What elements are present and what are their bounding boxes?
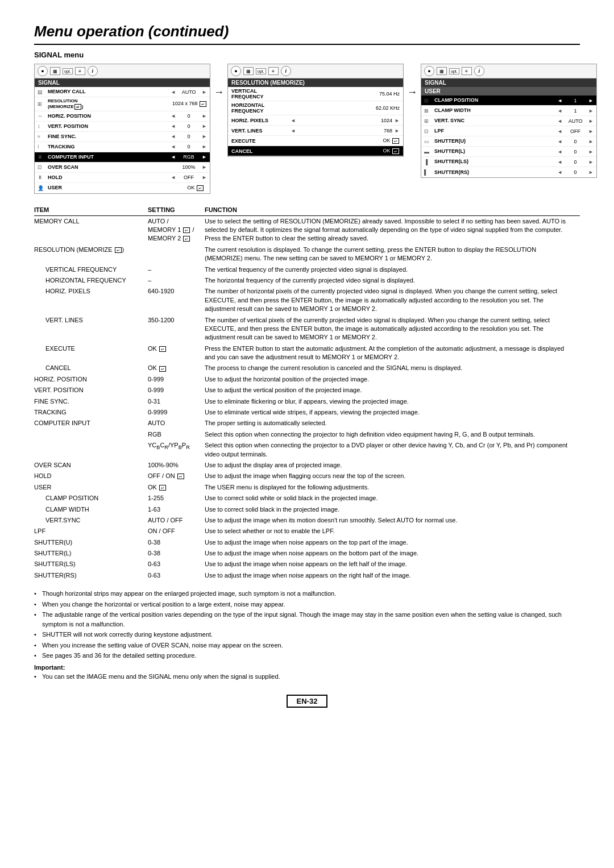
hold-value: OFF bbox=[177, 175, 200, 180]
table-row: HORIZ. PIXELS 640-1920 The number of hor… bbox=[34, 286, 580, 314]
arrow-right-os: ► bbox=[202, 164, 207, 170]
panel-row-fine-sync: ≈ FINE SYNC. ◄ 0 ► bbox=[35, 132, 210, 142]
horiz-pos-value: 0 bbox=[177, 113, 200, 119]
arrow-right-fs: ► bbox=[202, 134, 207, 139]
cancel-value: OK ↵ bbox=[291, 148, 400, 154]
arrow-left-h: ◄ bbox=[171, 113, 176, 119]
setting-tracking: 0-9999 bbox=[148, 407, 205, 418]
table-row: FINE SYNC. 0-31 Use to eliminate flicker… bbox=[34, 396, 580, 407]
function-user: The USER menu is displayed for the follo… bbox=[205, 482, 580, 493]
arrow-right-srs: ► bbox=[588, 169, 594, 175]
user-sub-header: USER bbox=[421, 87, 596, 95]
arrow-right-hp: ► bbox=[395, 118, 400, 123]
notes-list: Though horizontal strips may appear on t… bbox=[34, 589, 580, 661]
tracking-value: 0 bbox=[177, 144, 200, 149]
arrow-left-cw: ◄ bbox=[557, 108, 562, 114]
function-tracking: Use to eliminate vertical wide stripes, … bbox=[205, 407, 580, 418]
menu-icon: ≡ bbox=[75, 67, 85, 75]
function-memory-call: Use to select the setting of RESOLUTION … bbox=[205, 215, 580, 244]
enter-icon-cancel: ↵ bbox=[392, 148, 399, 154]
item-tracking: TRACKING bbox=[34, 407, 148, 418]
opt-badge-2: opt. bbox=[256, 68, 266, 74]
setting-cancel: OK ↵ bbox=[148, 363, 205, 373]
item-vert-freq: VERTICAL FREQUENCY bbox=[34, 264, 148, 275]
panel-row-shutter-u: ▭ SHUTTER(U) ◄ 0 ► bbox=[421, 136, 596, 147]
res-row-vert-lines: VERT. LINES ◄ 768 ► bbox=[228, 126, 403, 136]
vert-freq-label: VERTICALFREQUENCY bbox=[231, 88, 288, 99]
arrow-left-fs: ◄ bbox=[171, 134, 176, 139]
setting-fine-sync: 0-31 bbox=[148, 396, 205, 407]
table-row: SHUTTER(U) 0-38 Use to adjust the image … bbox=[34, 537, 580, 548]
clamp-pos-value: 1 bbox=[564, 98, 587, 103]
hold-icon: ⏸ bbox=[38, 175, 48, 180]
panel-row-user: 👤 USER OK ↵ bbox=[35, 183, 210, 193]
setting-computer-input-auto: AUTO bbox=[148, 418, 205, 429]
function-vert-position: Use to adjust the vertical position of t… bbox=[205, 385, 580, 396]
arrow-right-vs: ► bbox=[588, 118, 594, 124]
execute-label: EXECUTE bbox=[231, 138, 288, 144]
function-shutter-l: Use to adjust the image when noise appea… bbox=[205, 548, 580, 559]
note-item: SHUTTER will not work correctly during k… bbox=[34, 630, 580, 639]
notes-section: Though horizontal strips may appear on t… bbox=[34, 589, 580, 681]
item-horiz-pixels: HORIZ. PIXELS bbox=[34, 286, 148, 314]
execute-value: OK ↵ bbox=[291, 138, 400, 144]
vert-pos-label: VERT. POSITION bbox=[48, 123, 171, 130]
shutter-l-value: 0 bbox=[564, 149, 587, 155]
clamp-pos-icon: ⊟ bbox=[424, 98, 434, 103]
table-row: SHUTTER(L) 0-38 Use to adjust the image … bbox=[34, 548, 580, 559]
computer-input-label: COMPUTER INPUT bbox=[48, 154, 171, 160]
panel-header-user: SIGNAL bbox=[421, 78, 596, 87]
info-icon-3: i bbox=[474, 66, 484, 76]
function-execute: Press the ENTER button to start the auto… bbox=[205, 343, 580, 363]
arrow-right-tr: ► bbox=[202, 144, 207, 149]
menu-icon-3: ≡ bbox=[462, 67, 472, 75]
cancel-label: CANCEL bbox=[231, 148, 288, 154]
item-horiz-freq: HORIZONTAL FREQUENCY bbox=[34, 275, 148, 286]
shutter-u-value: 0 bbox=[564, 139, 587, 144]
function-vert-freq: The vertical frequency of the currently … bbox=[205, 264, 580, 275]
setting-clamp-width: 1-63 bbox=[148, 504, 205, 515]
table-row: RESOLUTION (MEMORIZE ↵) The current reso… bbox=[34, 244, 580, 264]
enter-icon-user2: ↵ bbox=[159, 485, 166, 491]
menu-panel-resolution: ● ▦ opt. ≡ i RESOLUTION (MEMORIZE) VERTI… bbox=[227, 64, 404, 157]
display-icon: ▦ bbox=[50, 67, 60, 75]
function-over-scan: Use to adjust the display area of projec… bbox=[205, 460, 580, 471]
panel-header-signal: SIGNAL bbox=[35, 78, 210, 87]
enter-icon-user: ↵ bbox=[197, 185, 204, 191]
vert-lines-label: VERT. LINES bbox=[231, 128, 288, 134]
res-row-execute: EXECUTE OK ↵ bbox=[228, 136, 403, 146]
setting-vert-sync: AUTO / OFF bbox=[148, 515, 205, 526]
shutter-rs-value: 0 bbox=[564, 169, 587, 175]
setting-shutter-u: 0-38 bbox=[148, 537, 205, 548]
info-icon-2: i bbox=[281, 66, 291, 76]
function-hold: Use to adjust the image when flagging oc… bbox=[205, 471, 580, 481]
function-resolution-memorize: The current resolution is displayed. To … bbox=[205, 244, 580, 264]
res-row-cancel: CANCEL OK ↵ bbox=[228, 146, 403, 156]
item-clamp-width: CLAMP WIDTH bbox=[34, 504, 148, 515]
clamp-width-label: CLAMP WIDTH bbox=[434, 107, 557, 114]
item-computer-input-rgb bbox=[34, 429, 148, 440]
table-row: RGB Select this option when connecting t… bbox=[34, 429, 580, 440]
vert-lines-value: 768 bbox=[298, 128, 392, 134]
panel-row-tracking: ⁞ TRACKING ◄ 0 ► bbox=[35, 142, 210, 152]
page-num-wrapper: EN-32 bbox=[34, 689, 580, 708]
arrow-right-cp: ► bbox=[588, 98, 594, 103]
setting-horiz-pixels: 640-1920 bbox=[148, 286, 205, 314]
vert-freq-value: 75.04 Hz bbox=[291, 91, 400, 97]
table-row: HORIZONTAL FREQUENCY – The horizontal fr… bbox=[34, 275, 580, 286]
arrow-left-sl: ◄ bbox=[557, 149, 562, 155]
horiz-pos-icon: ↔ bbox=[38, 113, 48, 119]
item-fine-sync: FINE SYNC. bbox=[34, 396, 148, 407]
vert-pos-icon: ↕ bbox=[38, 123, 48, 129]
function-shutter-rs: Use to adjust the image when noise appea… bbox=[205, 570, 580, 581]
table-row: VERT. LINES 350-1200 The number of verti… bbox=[34, 315, 580, 343]
opt-badge: opt. bbox=[63, 68, 73, 74]
table-row: CANCEL OK ↵ The process to change the cu… bbox=[34, 363, 580, 373]
arrow-left-sls: ◄ bbox=[557, 159, 562, 165]
panel-top-bar-res: ● ▦ opt. ≡ i bbox=[228, 64, 403, 78]
panel-row-resolution: ⊞ RESOLUTION(MEMORIZE↵) 1024 x 768 ↵ bbox=[35, 97, 210, 111]
vert-sync-icon: ⊞ bbox=[424, 118, 434, 124]
horiz-pixels-label: HORIZ. PIXELS bbox=[231, 118, 288, 123]
panel-row-vert-pos: ↕ VERT. POSITION ◄ 0 ► bbox=[35, 122, 210, 132]
item-computer-input: COMPUTER INPUT bbox=[34, 418, 148, 429]
